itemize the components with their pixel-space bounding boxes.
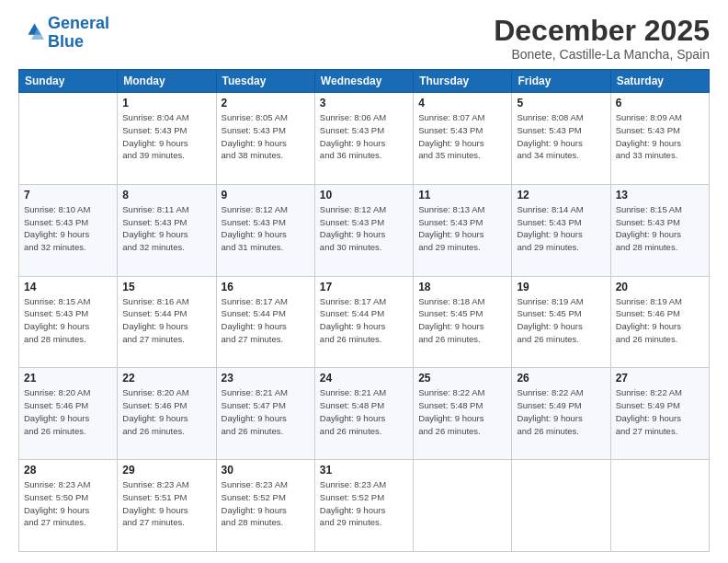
calendar-cell: 31Sunrise: 8:23 AM Sunset: 5:52 PM Dayli… xyxy=(314,460,413,552)
day-info: Sunrise: 8:16 AM Sunset: 5:44 PM Dayligh… xyxy=(122,295,210,346)
calendar-col-tuesday: Tuesday xyxy=(216,70,314,93)
day-info: Sunrise: 8:21 AM Sunset: 5:48 PM Dayligh… xyxy=(320,386,408,437)
day-number: 11 xyxy=(418,189,506,201)
day-info: Sunrise: 8:17 AM Sunset: 5:44 PM Dayligh… xyxy=(222,295,310,346)
calendar-cell: 1Sunrise: 8:04 AM Sunset: 5:43 PM Daylig… xyxy=(118,93,216,185)
calendar-cell: 20Sunrise: 8:19 AM Sunset: 5:46 PM Dayli… xyxy=(610,276,709,368)
title-block: December 2025 Bonete, Castille-La Mancha… xyxy=(494,15,710,62)
calendar-col-friday: Friday xyxy=(512,70,610,93)
calendar-cell: 17Sunrise: 8:17 AM Sunset: 5:44 PM Dayli… xyxy=(314,276,413,368)
calendar-cell: 15Sunrise: 8:16 AM Sunset: 5:44 PM Dayli… xyxy=(118,276,216,368)
day-number: 22 xyxy=(122,372,210,385)
day-info: Sunrise: 8:04 AM Sunset: 5:43 PM Dayligh… xyxy=(122,111,210,162)
logo-line2: Blue xyxy=(48,32,84,51)
calendar-cell: 8Sunrise: 8:11 AM Sunset: 5:43 PM Daylig… xyxy=(118,184,216,276)
day-info: Sunrise: 8:08 AM Sunset: 5:43 PM Dayligh… xyxy=(517,111,605,162)
day-number: 1 xyxy=(122,97,210,109)
day-info: Sunrise: 8:15 AM Sunset: 5:43 PM Dayligh… xyxy=(616,203,704,254)
day-number: 3 xyxy=(320,97,408,109)
calendar-cell xyxy=(414,460,512,552)
logo-line1: General xyxy=(48,14,109,32)
day-info: Sunrise: 8:22 AM Sunset: 5:49 PM Dayligh… xyxy=(517,386,605,437)
day-info: Sunrise: 8:13 AM Sunset: 5:43 PM Dayligh… xyxy=(418,203,506,254)
calendar-col-wednesday: Wednesday xyxy=(314,70,413,93)
calendar-cell: 14Sunrise: 8:15 AM Sunset: 5:43 PM Dayli… xyxy=(19,276,118,368)
calendar-col-thursday: Thursday xyxy=(414,70,512,93)
calendar-cell: 16Sunrise: 8:17 AM Sunset: 5:44 PM Dayli… xyxy=(216,276,314,368)
day-number: 20 xyxy=(616,281,704,293)
day-info: Sunrise: 8:07 AM Sunset: 5:43 PM Dayligh… xyxy=(418,111,506,162)
calendar-table: SundayMondayTuesdayWednesdayThursdayFrid… xyxy=(18,69,710,552)
calendar-cell: 28Sunrise: 8:23 AM Sunset: 5:50 PM Dayli… xyxy=(19,460,118,552)
calendar-week-4: 21Sunrise: 8:20 AM Sunset: 5:46 PM Dayli… xyxy=(19,368,710,460)
day-number: 2 xyxy=(222,97,310,109)
day-number: 25 xyxy=(418,372,506,385)
calendar-cell: 9Sunrise: 8:12 AM Sunset: 5:43 PM Daylig… xyxy=(216,184,314,276)
calendar-cell: 25Sunrise: 8:22 AM Sunset: 5:48 PM Dayli… xyxy=(414,368,512,460)
calendar-cell: 23Sunrise: 8:21 AM Sunset: 5:47 PM Dayli… xyxy=(216,368,314,460)
day-number: 23 xyxy=(222,372,310,385)
calendar-cell: 4Sunrise: 8:07 AM Sunset: 5:43 PM Daylig… xyxy=(414,93,512,185)
day-info: Sunrise: 8:20 AM Sunset: 5:46 PM Dayligh… xyxy=(122,386,210,437)
calendar-cell: 5Sunrise: 8:08 AM Sunset: 5:43 PM Daylig… xyxy=(512,93,610,185)
day-number: 19 xyxy=(517,281,605,293)
day-info: Sunrise: 8:19 AM Sunset: 5:46 PM Dayligh… xyxy=(616,295,704,346)
calendar-week-5: 28Sunrise: 8:23 AM Sunset: 5:50 PM Dayli… xyxy=(19,460,710,552)
calendar-cell: 11Sunrise: 8:13 AM Sunset: 5:43 PM Dayli… xyxy=(414,184,512,276)
calendar-cell: 10Sunrise: 8:12 AM Sunset: 5:43 PM Dayli… xyxy=(314,184,413,276)
day-info: Sunrise: 8:09 AM Sunset: 5:43 PM Dayligh… xyxy=(616,111,704,162)
day-info: Sunrise: 8:12 AM Sunset: 5:43 PM Dayligh… xyxy=(320,203,408,254)
day-info: Sunrise: 8:11 AM Sunset: 5:43 PM Dayligh… xyxy=(122,203,210,254)
day-info: Sunrise: 8:05 AM Sunset: 5:43 PM Dayligh… xyxy=(222,111,310,162)
day-info: Sunrise: 8:20 AM Sunset: 5:46 PM Dayligh… xyxy=(24,386,112,437)
day-number: 5 xyxy=(517,97,605,109)
calendar-cell: 24Sunrise: 8:21 AM Sunset: 5:48 PM Dayli… xyxy=(314,368,413,460)
day-number: 17 xyxy=(320,281,408,293)
day-number: 10 xyxy=(320,189,408,201)
day-number: 4 xyxy=(418,97,506,109)
calendar-cell: 18Sunrise: 8:18 AM Sunset: 5:45 PM Dayli… xyxy=(414,276,512,368)
calendar-cell: 2Sunrise: 8:05 AM Sunset: 5:43 PM Daylig… xyxy=(216,93,314,185)
day-info: Sunrise: 8:23 AM Sunset: 5:50 PM Dayligh… xyxy=(24,478,112,529)
calendar-cell: 6Sunrise: 8:09 AM Sunset: 5:43 PM Daylig… xyxy=(610,93,709,185)
day-number: 9 xyxy=(222,189,310,201)
logo-text: General Blue xyxy=(48,15,109,52)
day-info: Sunrise: 8:23 AM Sunset: 5:51 PM Dayligh… xyxy=(122,478,210,529)
calendar-cell: 30Sunrise: 8:23 AM Sunset: 5:52 PM Dayli… xyxy=(216,460,314,552)
day-number: 18 xyxy=(418,281,506,293)
day-number: 13 xyxy=(616,189,704,201)
calendar-col-monday: Monday xyxy=(118,70,216,93)
day-info: Sunrise: 8:14 AM Sunset: 5:43 PM Dayligh… xyxy=(517,203,605,254)
day-number: 6 xyxy=(616,97,704,109)
day-info: Sunrise: 8:17 AM Sunset: 5:44 PM Dayligh… xyxy=(320,295,408,346)
day-info: Sunrise: 8:15 AM Sunset: 5:43 PM Dayligh… xyxy=(24,295,112,346)
header: General Blue December 2025 Bonete, Casti… xyxy=(18,15,710,62)
logo-icon xyxy=(18,20,44,46)
calendar-header-row: SundayMondayTuesdayWednesdayThursdayFrid… xyxy=(19,70,710,93)
day-info: Sunrise: 8:10 AM Sunset: 5:43 PM Dayligh… xyxy=(24,203,112,254)
calendar-cell xyxy=(512,460,610,552)
day-number: 24 xyxy=(320,372,408,385)
calendar-cell: 29Sunrise: 8:23 AM Sunset: 5:51 PM Dayli… xyxy=(118,460,216,552)
subtitle: Bonete, Castille-La Mancha, Spain xyxy=(494,47,710,62)
calendar-cell: 26Sunrise: 8:22 AM Sunset: 5:49 PM Dayli… xyxy=(512,368,610,460)
day-number: 28 xyxy=(24,464,112,477)
calendar-cell: 7Sunrise: 8:10 AM Sunset: 5:43 PM Daylig… xyxy=(19,184,118,276)
logo: General Blue xyxy=(18,15,109,52)
day-number: 12 xyxy=(517,189,605,201)
day-number: 31 xyxy=(320,464,408,477)
calendar-week-2: 7Sunrise: 8:10 AM Sunset: 5:43 PM Daylig… xyxy=(19,184,710,276)
day-info: Sunrise: 8:06 AM Sunset: 5:43 PM Dayligh… xyxy=(320,111,408,162)
day-info: Sunrise: 8:19 AM Sunset: 5:45 PM Dayligh… xyxy=(517,295,605,346)
calendar-cell: 19Sunrise: 8:19 AM Sunset: 5:45 PM Dayli… xyxy=(512,276,610,368)
calendar-cell: 13Sunrise: 8:15 AM Sunset: 5:43 PM Dayli… xyxy=(610,184,709,276)
day-number: 16 xyxy=(222,281,310,293)
day-number: 26 xyxy=(517,372,605,385)
day-info: Sunrise: 8:18 AM Sunset: 5:45 PM Dayligh… xyxy=(418,295,506,346)
day-info: Sunrise: 8:21 AM Sunset: 5:47 PM Dayligh… xyxy=(222,386,310,437)
day-number: 27 xyxy=(616,372,704,385)
day-number: 14 xyxy=(24,281,112,293)
main-title: December 2025 xyxy=(494,15,710,47)
day-number: 7 xyxy=(24,189,112,201)
calendar-col-sunday: Sunday xyxy=(19,70,118,93)
